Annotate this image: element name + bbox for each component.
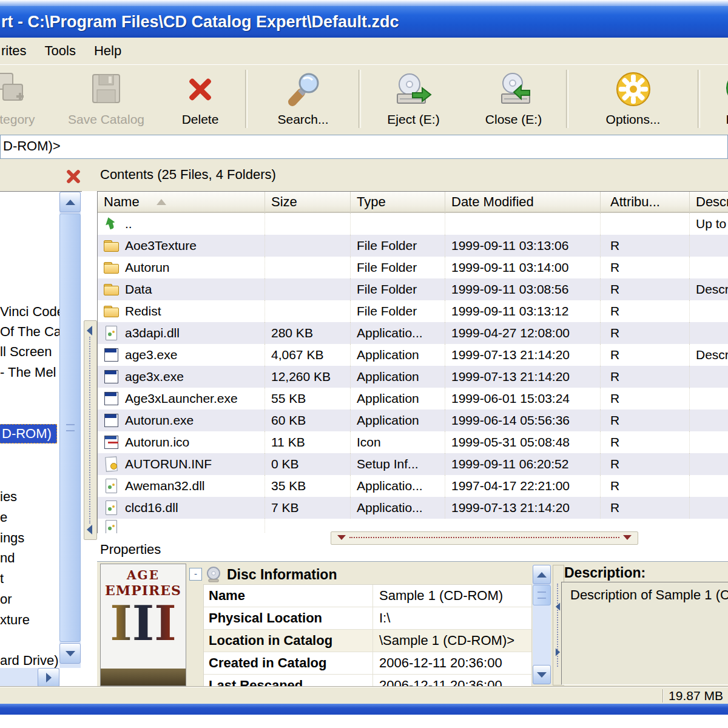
- eject-disc-icon: [394, 70, 433, 109]
- menu-item-favorites[interactable]: rites: [0, 41, 36, 61]
- tree-item[interactable]: or: [0, 592, 12, 607]
- status-bar: 19.87 MB: [0, 687, 728, 704]
- vertical-splitter[interactable]: [84, 320, 97, 540]
- table-row[interactable]: Aoe3Texture File Folder 1999-09-11 03:13…: [98, 235, 728, 257]
- table-header: Name Size Type Date Modified Attribu... …: [98, 192, 728, 213]
- delete-label: Delete: [182, 112, 219, 127]
- table-row[interactable]: Age3xLauncher.exe 55 KB Application 1999…: [98, 388, 728, 410]
- tree-item[interactable]: ies: [0, 489, 17, 505]
- application-icon: [104, 413, 120, 428]
- close-tree-panel-icon[interactable]: [64, 167, 83, 186]
- column-header-type[interactable]: Type: [351, 192, 445, 213]
- dll-file-icon: [104, 326, 120, 340]
- properties-title: Properties: [100, 542, 161, 558]
- table-row[interactable]: Autorun.ico 11 KB Icon 1999-05-31 05:08:…: [98, 431, 728, 453]
- toolbar-separator: [359, 70, 361, 128]
- column-header-date-modified[interactable]: Date Modified: [445, 192, 601, 213]
- tree-item[interactable]: Of The Ca: [0, 324, 61, 340]
- address-bar: D-ROM)>: [0, 132, 728, 161]
- icon-file-icon: [104, 435, 120, 450]
- table-row[interactable]: age3x.exe 12,260 KB Application 1999-07-…: [98, 366, 728, 388]
- tree-item[interactable]: nd: [0, 550, 15, 566]
- property-row: Name Sample 1 (CD-ROM): [204, 585, 531, 607]
- column-header-size[interactable]: Size: [265, 192, 351, 213]
- delete-button[interactable]: Delete: [158, 65, 243, 133]
- help-button[interactable]: ? Help: [703, 65, 728, 133]
- horizontal-splitter[interactable]: [331, 531, 638, 545]
- tree-item[interactable]: ard Drive): [0, 653, 59, 669]
- menu-item-help[interactable]: Help: [85, 41, 130, 61]
- splitter-collapse-left-icon: [87, 525, 92, 534]
- disc-information-title: Disc Information: [227, 567, 337, 583]
- menu-bar: rites Tools Help: [0, 38, 728, 64]
- table-row[interactable]: age3.exe 4,067 KB Application 1999-07-13…: [98, 344, 728, 366]
- tree-item-selected[interactable]: D-ROM): [0, 424, 57, 443]
- menu-item-tools[interactable]: Tools: [36, 41, 85, 61]
- tree-item[interactable]: ll Screen: [0, 344, 52, 360]
- close-drive-button[interactable]: Close (E:): [463, 65, 564, 133]
- scroll-down-button[interactable]: [533, 665, 551, 684]
- column-header-name[interactable]: Name: [98, 192, 265, 213]
- description-text: Description of Sample 1 (CD-ROM): [562, 582, 728, 603]
- delete-x-icon: [181, 70, 220, 109]
- sort-ascending-icon: [157, 199, 166, 205]
- property-row: Location in Catalog \Sample 1 (CD-ROM)>: [204, 630, 531, 652]
- table-row[interactable]: AUTORUN.INF 0 KB Setup Inf... 1999-09-11…: [98, 453, 728, 475]
- folder-icon: [104, 304, 120, 318]
- title-bar[interactable]: rt - C:\Program Files\CD Catalog Expert\…: [0, 6, 728, 38]
- options-button[interactable]: Options...: [571, 65, 695, 133]
- tree-item[interactable]: xture: [0, 612, 30, 628]
- column-header-attributes[interactable]: Attribu...: [601, 192, 690, 213]
- splitter-collapse-left-icon: [87, 326, 92, 335]
- toolbar-separator: [245, 70, 248, 128]
- scroll-down-button[interactable]: [59, 643, 81, 664]
- category-button[interactable]: Category: [0, 65, 55, 133]
- splitter-collapse-right-icon: [556, 649, 560, 656]
- table-row[interactable]: .. Up to "My C: [98, 213, 728, 235]
- splitter-dots: [349, 537, 619, 538]
- options-gear-icon: [614, 70, 653, 109]
- dll-file-icon: [104, 479, 120, 493]
- tree-horizontal-scrollbar[interactable]: [0, 668, 59, 687]
- window-top-edge: [0, 0, 728, 6]
- scroll-up-button[interactable]: [59, 192, 81, 212]
- window-bottom-border: [0, 704, 728, 715]
- scroll-right-button[interactable]: [38, 668, 59, 687]
- tree-item[interactable]: ings: [0, 530, 24, 546]
- search-button[interactable]: Search...: [250, 65, 356, 133]
- window-title: rt - C:\Program Files\CD Catalog Expert\…: [0, 13, 399, 32]
- tree-vertical-scrollbar[interactable]: [59, 192, 81, 668]
- up-arrow-icon: [102, 215, 121, 234]
- properties-panel: AGE EMPIRES III - Disc Information Name …: [97, 561, 728, 687]
- search-label: Search...: [277, 112, 328, 127]
- category-label: Category: [0, 112, 35, 127]
- app-window: rt - C:\Program Files\CD Catalog Expert\…: [0, 0, 728, 728]
- table-row[interactable]: Autorun.exe 60 KB Application 1999-06-14…: [98, 410, 728, 431]
- table-row[interactable]: Data File Folder 1999-09-11 03:08:56 R D…: [98, 278, 728, 300]
- scroll-thumb[interactable]: [533, 585, 551, 605]
- table-row[interactable]: Aweman32.dll 35 KB Applicatio... 1997-04…: [98, 475, 728, 497]
- address-input[interactable]: D-ROM)>: [0, 135, 728, 159]
- toolbar-separator: [566, 70, 568, 128]
- property-row: Created in Catalog 2006-12-11 20:36:00: [204, 652, 531, 675]
- description-box[interactable]: Description of Sample 1 (CD-ROM): [561, 582, 728, 685]
- properties-scrollbar[interactable]: [533, 565, 551, 684]
- tree-item[interactable]: t: [0, 571, 4, 587]
- disc-cover-image: AGE EMPIRES III: [100, 564, 186, 686]
- table-row[interactable]: clcd16.dll 7 KB Applicatio... 1999-07-13…: [98, 497, 728, 519]
- contents-table: Name Size Type Date Modified Attribu... …: [97, 191, 728, 533]
- eject-button[interactable]: Eject (E:): [363, 65, 463, 133]
- table-row[interactable]: a3dapi.dll 280 KB Applicatio... 1999-04-…: [98, 322, 728, 344]
- table-row[interactable]: Redist File Folder 1999-09-11 03:13:12 R: [98, 300, 728, 322]
- collapse-section-button[interactable]: -: [189, 568, 202, 581]
- dll-file-icon: [104, 500, 120, 515]
- scroll-up-button[interactable]: [533, 565, 551, 584]
- tree-item[interactable]: Vinci Code: [0, 304, 64, 320]
- catalog-tree-panel: Vinci Code Of The Ca ll Screen - The Mel…: [0, 191, 82, 687]
- table-row[interactable]: Autorun File Folder 1999-09-11 03:14:00 …: [98, 257, 728, 278]
- column-header-description[interactable]: Description: [690, 192, 728, 213]
- scroll-thumb[interactable]: [59, 214, 81, 642]
- tree-item[interactable]: - The Mel: [0, 365, 56, 380]
- tree-item[interactable]: e: [0, 510, 7, 525]
- save-catalog-button[interactable]: Save Catalog: [55, 65, 158, 133]
